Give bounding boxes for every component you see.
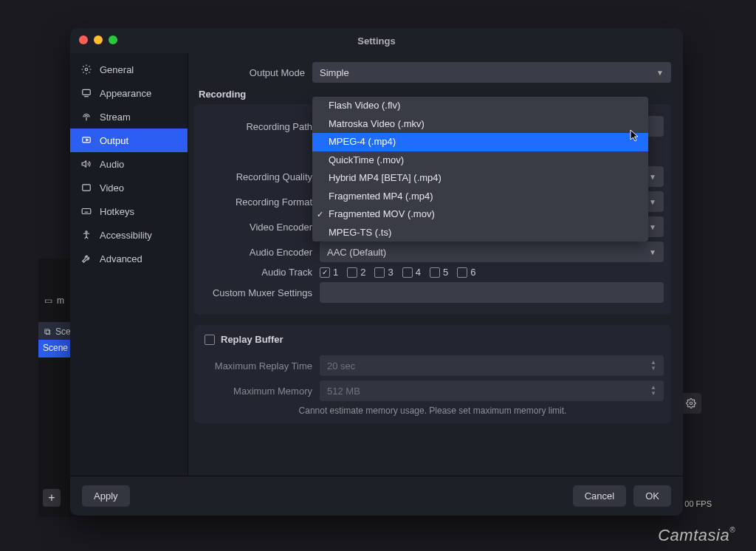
replay-buffer-label: Replay Buffer: [221, 334, 284, 345]
sidebar-item-stream[interactable]: Stream: [70, 105, 188, 129]
replay-panel: Replay Buffer Maximum Replay Time 20 sec…: [194, 325, 671, 423]
wrench-icon: [80, 253, 92, 264]
audio-track-2[interactable]: 2: [347, 267, 365, 278]
sidebar-item-video[interactable]: Video: [70, 176, 188, 199]
format-option-0[interactable]: Flash Video (.flv): [312, 97, 648, 115]
sidebar-item-label: Video: [100, 182, 124, 194]
checkbox-icon[interactable]: [374, 267, 385, 278]
format-option-7[interactable]: MPEG-TS (.ts): [312, 224, 648, 242]
audio-track-6[interactable]: 6: [457, 267, 475, 278]
chevron-down-icon: ▼: [649, 173, 656, 181]
fps-readout: 00 FPS: [684, 499, 712, 508]
sidebar-item-label: Accessibility: [100, 230, 152, 241]
output-icon: [80, 134, 92, 146]
sidebar-item-label: Hotkeys: [100, 206, 134, 217]
audio-track-5[interactable]: 5: [430, 267, 448, 278]
checkbox-icon[interactable]: [457, 267, 467, 278]
monitor-icon: ▭: [44, 295, 52, 306]
muxer-input[interactable]: [320, 282, 664, 303]
antenna-icon: [80, 111, 92, 123]
format-option-5[interactable]: Fragmented MP4 (.mp4): [312, 188, 648, 206]
settings-modal: Settings General Appearance Stream Outpu…: [70, 28, 683, 516]
output-mode-select[interactable]: Simple ▼: [312, 62, 671, 83]
bg-scene-item[interactable]: Scene: [43, 343, 68, 355]
replay-buffer-checkbox[interactable]: [205, 335, 215, 345]
svg-point-0: [690, 402, 693, 405]
video-encoder-label: Video Encoder: [202, 222, 312, 233]
svg-rect-4: [83, 185, 91, 191]
format-option-6[interactable]: Fragmented MOV (.mov): [312, 205, 648, 224]
apply-button[interactable]: Apply: [82, 485, 130, 507]
audio-encoder-select[interactable]: AAC (Default) ▼: [320, 242, 664, 262]
sidebar-item-advanced[interactable]: Advanced: [70, 247, 188, 270]
sidebar-item-audio[interactable]: Audio: [70, 152, 188, 176]
output-mode-value: Simple: [320, 67, 349, 78]
memory-hint: Cannot estimate memory usage. Please set…: [202, 405, 664, 416]
cancel-button[interactable]: Cancel: [573, 485, 626, 507]
output-mode-label: Output Mode: [194, 67, 305, 78]
settings-sidebar: General Appearance Stream Output Audio V…: [70, 53, 188, 476]
svg-rect-2: [83, 89, 91, 95]
recording-path-label: Recording Path: [202, 121, 312, 132]
svg-point-1: [85, 68, 88, 71]
format-option-1[interactable]: Matroska Video (.mkv): [312, 115, 648, 134]
ok-button[interactable]: OK: [633, 485, 671, 507]
stepper-icon[interactable]: ▲▼: [650, 360, 656, 372]
sidebar-item-general[interactable]: General: [70, 58, 188, 81]
modal-footer: Apply Cancel OK: [70, 476, 683, 516]
audio-track-label: Audio Track: [202, 267, 312, 278]
appearance-icon: [80, 87, 92, 99]
sidebar-item-label: Audio: [100, 159, 124, 170]
window-title: Settings: [357, 35, 395, 47]
keyboard-icon: [80, 205, 92, 217]
settings-gear-button[interactable]: [681, 393, 701, 414]
format-option-2[interactable]: MPEG-4 (.mp4): [312, 133, 648, 151]
chevron-down-icon: ▼: [649, 248, 656, 256]
sidebar-item-hotkeys[interactable]: Hotkeys: [70, 199, 188, 223]
max-memory-label: Maximum Memory: [202, 386, 312, 397]
recording-quality-label: Recording Quality: [202, 171, 312, 182]
gear-icon: [80, 64, 92, 75]
accessibility-icon: [80, 229, 92, 241]
audio-track-4[interactable]: 4: [402, 267, 421, 278]
stepper-icon[interactable]: ▲▼: [650, 385, 656, 397]
sidebar-item-label: Appearance: [100, 88, 151, 99]
checkbox-icon[interactable]: [320, 267, 330, 278]
sidebar-item-label: General: [100, 64, 134, 75]
format-option-4[interactable]: Hybrid MP4 [BETA] (.mp4): [312, 169, 648, 188]
sidebar-item-label: Stream: [100, 112, 131, 123]
bg-monitor-label: m: [57, 295, 64, 306]
audio-encoder-label: Audio Encoder: [202, 247, 312, 258]
minimize-window-button[interactable]: [94, 35, 103, 44]
audio-track-1[interactable]: 1: [320, 267, 338, 278]
chevron-down-icon: ▼: [649, 223, 656, 231]
svg-rect-5: [82, 209, 91, 214]
recording-format-label: Recording Format: [202, 196, 312, 208]
sidebar-item-output[interactable]: Output: [70, 129, 188, 152]
checkbox-icon[interactable]: [430, 267, 440, 278]
video-icon: [80, 182, 92, 194]
checkbox-icon[interactable]: [402, 267, 413, 278]
titlebar: Settings: [70, 28, 683, 53]
sidebar-item-label: Advanced: [100, 253, 142, 264]
cursor-icon: [630, 129, 640, 143]
max-replay-time-label: Maximum Replay Time: [202, 360, 312, 372]
checkbox-icon[interactable]: [347, 267, 357, 278]
chevron-down-icon: ▼: [649, 198, 656, 206]
watermark: Camtasia®: [658, 526, 735, 545]
close-window-button[interactable]: [79, 35, 88, 44]
sidebar-item-appearance[interactable]: Appearance: [70, 81, 188, 105]
muxer-label: Custom Muxer Settings: [202, 287, 312, 298]
recording-format-dropdown: Flash Video (.flv)Matroska Video (.mkv)M…: [312, 97, 648, 242]
zoom-window-button[interactable]: [109, 35, 117, 44]
max-memory-input[interactable]: 512 MB ▲▼: [320, 380, 664, 401]
audio-encoder-value: AAC (Default): [327, 247, 386, 258]
audio-track-3[interactable]: 3: [374, 267, 393, 278]
svg-point-6: [86, 231, 87, 233]
add-scene-button[interactable]: +: [43, 489, 61, 507]
sidebar-item-accessibility[interactable]: Accessibility: [70, 223, 188, 247]
format-option-3[interactable]: QuickTime (.mov): [312, 151, 648, 170]
speaker-icon: [80, 158, 92, 170]
max-replay-time-input[interactable]: 20 sec ▲▼: [320, 355, 664, 376]
chevron-down-icon: ▼: [656, 69, 664, 77]
